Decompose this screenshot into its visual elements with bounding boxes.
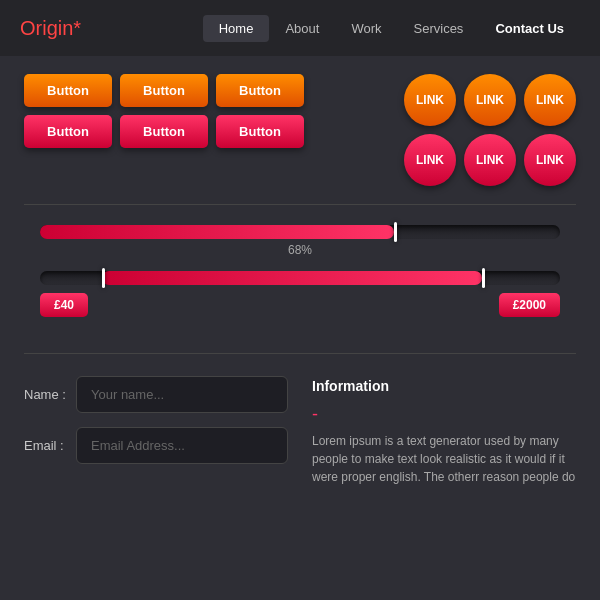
nav-work[interactable]: Work xyxy=(335,15,397,42)
email-input[interactable] xyxy=(76,427,288,464)
link-circle-2[interactable]: LINK xyxy=(464,74,516,126)
slider-1-track[interactable] xyxy=(40,225,560,239)
btn-orange-3[interactable]: Button xyxy=(216,74,304,107)
slider-2-thumb-right[interactable] xyxy=(482,268,485,288)
info-right: Information - Lorem ipsum is a text gene… xyxy=(312,376,576,486)
info-dash: - xyxy=(312,401,576,428)
btn-red-1[interactable]: Button xyxy=(24,115,112,148)
navbar: Origin* Home About Work Services Contact… xyxy=(0,0,600,56)
link-grid: LINK LINK LINK LINK LINK LINK xyxy=(404,74,576,186)
name-label: Name : xyxy=(24,387,76,402)
slider-1-thumb[interactable] xyxy=(394,222,397,242)
slider-2-fill xyxy=(102,271,482,285)
btn-orange-2[interactable]: Button xyxy=(120,74,208,107)
nav-contact[interactable]: Contact Us xyxy=(479,15,580,42)
range-badge-right: £2000 xyxy=(499,293,560,317)
sliders-section: 68% £40 £2000 xyxy=(0,213,600,345)
buttons-section: Button Button Button Button Button Butto… xyxy=(0,56,600,196)
link-circle-4[interactable]: LINK xyxy=(404,134,456,186)
link-circle-5[interactable]: LINK xyxy=(464,134,516,186)
name-row: Name : xyxy=(24,376,288,413)
btn-orange-1[interactable]: Button xyxy=(24,74,112,107)
info-title: Information xyxy=(312,376,576,397)
slider-2-values: £40 £2000 xyxy=(40,293,560,317)
divider-1 xyxy=(24,204,576,205)
slider-1-row: 68% xyxy=(40,225,560,257)
nav-home[interactable]: Home xyxy=(203,15,270,42)
button-grid: Button Button Button Button Button Butto… xyxy=(24,74,304,148)
btn-red-3[interactable]: Button xyxy=(216,115,304,148)
slider-2-thumb-left[interactable] xyxy=(102,268,105,288)
logo-text: Origin xyxy=(20,17,73,39)
nav-links: Home About Work Services Contact Us xyxy=(203,15,580,42)
slider-2-track[interactable] xyxy=(40,271,560,285)
slider-2-row: £40 £2000 xyxy=(40,271,560,317)
form-info-section: Name : Email : Information - Lorem ipsum… xyxy=(0,362,600,486)
logo: Origin* xyxy=(20,17,203,40)
range-badge-left: £40 xyxy=(40,293,88,317)
form-left: Name : Email : xyxy=(24,376,288,486)
email-label: Email : xyxy=(24,438,76,453)
link-circle-1[interactable]: LINK xyxy=(404,74,456,126)
slider-1-label: 68% xyxy=(40,243,560,257)
info-body: Lorem ipsum is a text generator used by … xyxy=(312,432,576,486)
divider-2 xyxy=(24,353,576,354)
nav-services[interactable]: Services xyxy=(398,15,480,42)
logo-star: * xyxy=(73,17,81,39)
slider-1-fill xyxy=(40,225,394,239)
email-row: Email : xyxy=(24,427,288,464)
link-circle-3[interactable]: LINK xyxy=(524,74,576,126)
link-circle-6[interactable]: LINK xyxy=(524,134,576,186)
nav-about[interactable]: About xyxy=(269,15,335,42)
name-input[interactable] xyxy=(76,376,288,413)
btn-red-2[interactable]: Button xyxy=(120,115,208,148)
